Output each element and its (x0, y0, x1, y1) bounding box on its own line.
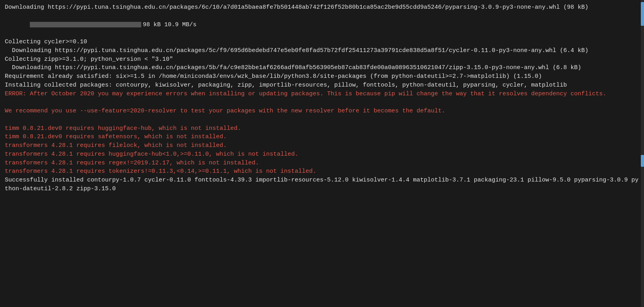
terminal-window: Downloading https://pypi.tuna.tsinghua.e… (0, 0, 644, 307)
progress-bar-size: 98 kB 10.9 MB/s (143, 21, 197, 28)
scrollbar[interactable] (641, 0, 644, 307)
terminal-line-warning: transformers 4.28.1 requires tokenizers!… (5, 167, 639, 176)
scrollbar-thumb-bottom[interactable] (641, 155, 644, 167)
terminal-line-warning: transformers 4.28.1 requires huggingface… (5, 150, 639, 159)
terminal-line: Downloading https://pypi.tuna.tsinghua.e… (5, 46, 639, 55)
terminal-line: Downloading https://pypi.tuna.tsinghua.e… (5, 64, 639, 72)
terminal-line-warning: transformers 4.28.1 requires filelock, w… (5, 141, 639, 150)
terminal-line-success: Successfully installed contourpy-1.0.7 c… (5, 176, 639, 193)
terminal-line-error: ERROR: After October 2020 you may experi… (5, 90, 639, 98)
terminal-line-blank (5, 116, 639, 124)
progress-bar-indent (19, 21, 30, 28)
terminal-line-warning: timm 0.8.21.dev0 requires safetensors, w… (5, 133, 639, 141)
terminal-line-warning: timm 0.8.21.dev0 requires huggingface-hu… (5, 124, 639, 133)
terminal-line-blank (5, 98, 639, 107)
terminal-line-progress: 98 kB 10.9 MB/s (5, 12, 639, 38)
terminal-line: Requirement already satisfied: six>=1.5 … (5, 72, 639, 81)
progress-bar (30, 22, 141, 27)
scrollbar-thumb-top[interactable] (641, 2, 644, 26)
terminal-line: Collecting zipp>=3.1.0; python_version <… (5, 55, 639, 64)
terminal-line-warning: transformers 4.28.1 requires regex!=2019… (5, 159, 639, 168)
terminal-line: Installing collected packages: contourpy… (5, 81, 639, 90)
terminal-line: Collecting cycler>=0.10 (5, 38, 639, 46)
terminal-line: Downloading https://pypi.tuna.tsinghua.e… (5, 3, 639, 12)
terminal-line-warning: We recommend you use --use-feature=2020-… (5, 107, 639, 116)
